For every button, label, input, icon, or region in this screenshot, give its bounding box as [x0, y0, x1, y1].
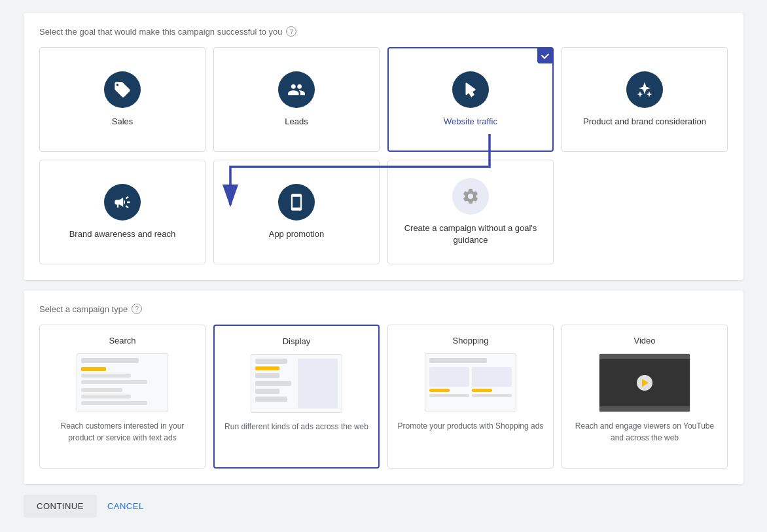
video-bottom-bar — [599, 406, 690, 412]
shop-img-2 — [472, 367, 512, 387]
goal-card-app[interactable]: App promotion — [213, 160, 380, 264]
search-preview — [77, 353, 168, 412]
video-preview — [599, 353, 690, 412]
brand-icon — [626, 71, 663, 108]
search-desc: Reach customers interested in your produ… — [48, 420, 197, 444]
goal-card-leads[interactable]: Leads — [213, 47, 380, 152]
disp-bar-1 — [255, 359, 287, 364]
shop-desc-1 — [429, 394, 469, 397]
goal-card-brand[interactable]: Product and brand consideration — [562, 47, 728, 152]
website-traffic-icon — [452, 71, 489, 108]
campaign-help-icon[interactable]: ? — [132, 304, 142, 314]
campaign-card-search[interactable]: Search Reach customers interested in you… — [39, 325, 205, 469]
selected-checkmark — [537, 48, 553, 63]
goals-grid: Sales Leads — [39, 47, 728, 264]
shopping-desc: Promote your products with Shopping ads — [398, 420, 544, 432]
search-line-1 — [81, 367, 106, 371]
campaign-label-text: Select a campaign type — [39, 304, 128, 314]
campaign-card-display[interactable]: Display Run different kinds of ads acro — [213, 325, 380, 469]
video-top-bar — [599, 354, 690, 359]
app-label: App promotion — [269, 228, 325, 240]
leads-icon — [278, 71, 315, 108]
shop-item-2 — [472, 367, 512, 397]
search-line-6 — [81, 401, 147, 405]
sales-icon — [104, 71, 141, 108]
campaign-card-video[interactable]: Video Reach and engage viewers on YouTub… — [562, 325, 728, 469]
goal-card-sales[interactable]: Sales — [39, 47, 205, 152]
shop-bar-mock — [429, 358, 487, 363]
brand-label: Product and brand consideration — [583, 116, 706, 128]
website-traffic-label: Website traffic — [444, 116, 497, 128]
shop-item-1 — [429, 367, 469, 397]
campaign-card-shopping[interactable]: Shopping — [387, 325, 554, 469]
sections-wrapper: Select the goal that would make this cam… — [24, 13, 743, 484]
awareness-label: Brand awareness and reach — [69, 228, 176, 240]
shopping-preview — [425, 353, 516, 412]
shop-img-1 — [429, 367, 469, 387]
display-title: Display — [283, 336, 311, 346]
video-title: Video — [633, 336, 655, 346]
search-title: Search — [109, 336, 135, 346]
search-line-5 — [81, 395, 131, 399]
search-line-2 — [81, 374, 131, 378]
search-line-3 — [81, 380, 147, 384]
continue-button[interactable]: CONTINUE — [24, 495, 97, 518]
disp-bar-4 — [255, 381, 291, 386]
search-bar-mock — [81, 358, 139, 363]
disp-bar-2 — [255, 366, 279, 370]
campaign-section: Select a campaign type ? Search — [24, 291, 743, 484]
shopping-title: Shopping — [453, 336, 489, 346]
disp-bar-6 — [255, 397, 287, 402]
shop-desc-2 — [472, 394, 512, 397]
no-goal-label: Create a campaign without a goal's guida… — [396, 222, 545, 246]
display-preview — [251, 354, 342, 413]
page-wrapper: Select the goal that would make this cam… — [24, 13, 743, 518]
sales-label: Sales — [112, 116, 134, 128]
shop-price-2 — [472, 389, 492, 392]
goal-card-no-goal[interactable]: Create a campaign without a goal's guida… — [387, 160, 554, 264]
goal-section-label: Select the goal that would make this cam… — [39, 26, 728, 37]
goal-label-text: Select the goal that would make this cam… — [39, 27, 282, 37]
display-right — [298, 359, 338, 408]
disp-bar-5 — [255, 389, 279, 394]
disp-bar-3 — [255, 373, 279, 378]
goal-help-icon[interactable]: ? — [286, 26, 296, 37]
app-icon — [278, 184, 315, 221]
cancel-button[interactable]: CANCEL — [105, 495, 147, 518]
video-desc: Reach and engage viewers on YouTube and … — [570, 420, 719, 444]
no-goal-icon — [452, 178, 489, 215]
shop-content — [429, 367, 512, 397]
search-line-4 — [81, 388, 122, 392]
display-left — [255, 359, 295, 408]
play-button-icon — [637, 375, 652, 391]
bottom-actions: CONTINUE CANCEL — [24, 495, 743, 518]
play-triangle — [642, 379, 649, 387]
campaign-type-grid: Search Reach customers interested in you… — [39, 325, 728, 469]
leads-label: Leads — [285, 116, 308, 128]
goal-card-awareness[interactable]: Brand awareness and reach — [39, 160, 205, 264]
campaign-section-label: Select a campaign type ? — [39, 304, 728, 314]
shop-price-1 — [429, 389, 450, 392]
awareness-icon — [104, 184, 141, 221]
display-desc: Run different kinds of ads across the we… — [224, 421, 368, 433]
goal-section: Select the goal that would make this cam… — [24, 13, 743, 280]
goal-card-website-traffic[interactable]: Website traffic — [387, 47, 554, 152]
